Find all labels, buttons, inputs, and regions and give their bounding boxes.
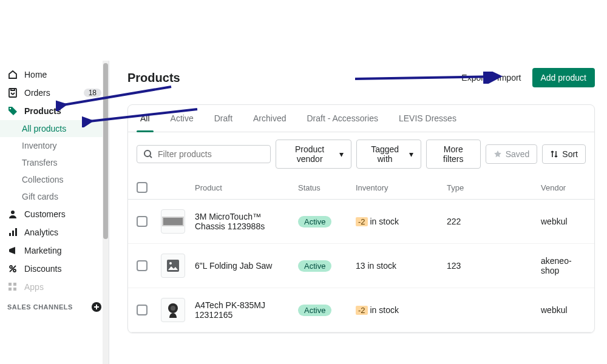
star-icon: [493, 150, 502, 158]
svg-point-13: [144, 150, 151, 157]
sidebar-item-gift-cards[interactable]: Gift cards: [0, 188, 109, 205]
add-channel-icon[interactable]: [92, 302, 101, 312]
home-icon: [7, 69, 18, 80]
sidebar-item-inventory[interactable]: Inventory: [0, 137, 109, 154]
product-name: A4Tech PK-835MJ 12312165: [195, 300, 298, 320]
search-icon: [143, 149, 153, 159]
megaphone-icon: [7, 245, 18, 256]
sales-channels-header: SALES CHANNELS: [0, 296, 109, 314]
inventory-cell: 13 in stock: [356, 261, 447, 271]
more-filters-button[interactable]: More filters: [426, 140, 481, 169]
nav-label: Transfers: [22, 158, 101, 167]
svg-rect-11: [13, 288, 16, 291]
col-type: Type: [447, 183, 541, 192]
tab-draft[interactable]: Draft: [211, 105, 236, 132]
nav-label: Home: [24, 70, 101, 79]
svg-rect-9: [13, 283, 16, 286]
product-name: 6"L Folding Jab Saw: [195, 261, 298, 271]
table-row[interactable]: 3M MicroTouch™ Chassis 1123988s Active -…: [128, 200, 594, 244]
search-box[interactable]: [137, 145, 271, 163]
discount-icon: [7, 263, 18, 274]
sidebar-item-marketing[interactable]: Marketing: [0, 241, 109, 260]
sort-button[interactable]: Sort: [542, 144, 586, 164]
products-card: AllActiveDraftArchivedDraft - Accessorie…: [127, 104, 595, 333]
product-thumbnail: [161, 254, 185, 278]
svg-rect-4: [12, 231, 14, 236]
tab-active[interactable]: Active: [167, 105, 197, 132]
nav-label: Discounts: [24, 264, 101, 274]
nav-label: Marketing: [24, 246, 101, 255]
sidebar-item-discounts[interactable]: Discounts: [0, 260, 109, 278]
sidebar-item-transfers[interactable]: Transfers: [0, 154, 109, 171]
tab-levis-dresses[interactable]: LEVIS Dresses: [395, 105, 460, 132]
tab-all[interactable]: All: [137, 105, 154, 132]
tag-icon: [7, 106, 18, 116]
caret-down-icon: ▾: [339, 149, 344, 159]
vendor-cell: akeneo-shop: [541, 256, 586, 275]
status-badge: Active: [298, 305, 331, 316]
inventory-cell: -2 in stock: [356, 217, 447, 226]
main-content: Products Export Import Add product AllAc…: [109, 61, 607, 364]
status-badge: Active: [298, 216, 331, 228]
nav-label: Collections: [22, 175, 101, 184]
sort-icon: [550, 150, 558, 158]
svg-point-7: [13, 269, 16, 272]
table-header: Product Status Inventory Type Vendor: [128, 176, 594, 200]
sidebar-item-orders[interactable]: Orders18: [0, 84, 109, 102]
add-product-button[interactable]: Add product: [532, 68, 595, 87]
svg-point-6: [10, 266, 12, 268]
section-label: SALES CHANNELS: [7, 303, 73, 311]
nav-label: Products: [24, 106, 101, 116]
orders-icon: [7, 87, 18, 98]
product-name: 3M MicroTouch™ Chassis 1123988s: [195, 212, 298, 231]
page-title: Products: [127, 71, 180, 85]
export-button[interactable]: Export: [461, 73, 486, 83]
vendor-filter[interactable]: Product vendor▾: [276, 140, 351, 169]
caret-down-icon: ▾: [409, 149, 413, 159]
row-checkbox[interactable]: [137, 305, 148, 315]
svg-point-17: [169, 262, 172, 265]
tab-archived[interactable]: Archived: [249, 105, 290, 132]
import-button[interactable]: Import: [497, 73, 521, 83]
vendor-cell: webkul: [541, 305, 586, 315]
saved-button[interactable]: Saved: [486, 144, 538, 164]
table-row[interactable]: A4Tech PK-835MJ 12312165 Active -2 in st…: [128, 288, 594, 332]
svg-rect-15: [163, 218, 183, 225]
col-product: Product: [195, 183, 298, 192]
nav-label: Apps: [24, 282, 101, 292]
select-all-checkbox[interactable]: [137, 182, 148, 193]
sidebar-item-home[interactable]: Home: [0, 66, 109, 84]
svg-rect-10: [8, 288, 12, 291]
svg-rect-8: [8, 283, 12, 286]
type-cell: 123: [447, 261, 541, 271]
row-checkbox[interactable]: [137, 260, 148, 271]
sidebar-item-analytics[interactable]: Analytics: [0, 223, 109, 241]
status-badge: Active: [298, 260, 331, 272]
sidebar-item-customers[interactable]: Customers: [0, 205, 109, 223]
product-thumbnail: [161, 298, 185, 322]
col-status: Status: [298, 183, 356, 192]
svg-point-19: [171, 306, 175, 311]
inventory-negative: -2: [356, 306, 368, 315]
table-row[interactable]: 6"L Folding Jab Saw Active 13 in stock 1…: [128, 244, 594, 288]
nav-label: Orders: [24, 88, 78, 98]
sidebar-item-collections[interactable]: Collections: [0, 171, 109, 188]
nav-label: Analytics: [24, 228, 101, 237]
sidebar-item-apps[interactable]: Apps: [0, 278, 109, 296]
type-cell: 222: [447, 217, 541, 226]
sidebar-item-all-products[interactable]: All products: [0, 120, 109, 137]
svg-rect-3: [9, 233, 11, 236]
inventory-negative: -2: [356, 217, 368, 226]
orders-badge: 18: [84, 89, 101, 97]
sidebar-scrollbar[interactable]: [103, 61, 109, 364]
vendor-cell: webkul: [541, 217, 586, 226]
nav-label: Gift cards: [22, 192, 101, 201]
tagged-filter[interactable]: Tagged with▾: [356, 140, 421, 169]
svg-point-2: [11, 211, 15, 214]
row-checkbox[interactable]: [137, 216, 148, 227]
search-input[interactable]: [158, 149, 264, 159]
tabs: AllActiveDraftArchivedDraft - Accessorie…: [128, 105, 594, 132]
sidebar-item-products[interactable]: Products: [0, 102, 109, 120]
tab-draft-accessories[interactable]: Draft - Accessories: [304, 105, 382, 132]
nav-label: Inventory: [22, 141, 101, 150]
